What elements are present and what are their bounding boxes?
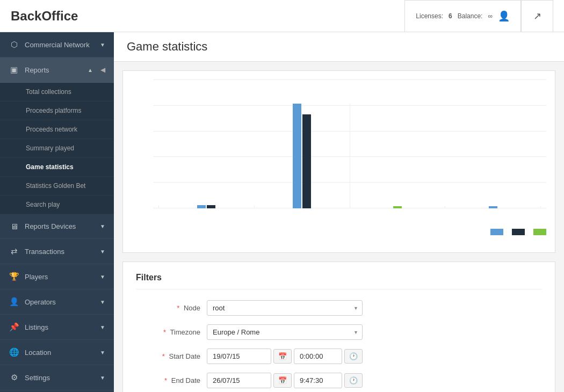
filter-label-node: * Node	[136, 304, 200, 312]
legend-color-green	[533, 229, 546, 235]
filters-title: Filters	[136, 273, 542, 289]
sidebar-subitem-game-statistics[interactable]: Game statistics	[0, 158, 114, 177]
sidebar-subitem-search-play[interactable]: Search play	[0, 195, 114, 214]
chart-area	[122, 70, 555, 253]
page-content: Game statistics	[114, 32, 564, 392]
sidebar-item-location[interactable]: 🌐 Location ▼	[0, 340, 114, 365]
sidebar-item-settings[interactable]: ⚙ Settings ▼	[0, 365, 114, 390]
filter-label-end-date: * End Date	[136, 376, 200, 384]
header-right: Licenses: 6 Balance: ∞ 👤 ↗	[404, 0, 553, 32]
legend-item-dark	[512, 229, 525, 235]
required-marker: *	[177, 304, 179, 312]
chart-bars-wrapper	[153, 79, 546, 208]
chart-section-4	[445, 206, 541, 208]
sidebar-subitem-summary-played[interactable]: Summary played	[0, 139, 114, 158]
legend-item-blue	[490, 229, 503, 235]
required-marker: *	[162, 352, 165, 360]
calendar-icon: 📅	[278, 376, 287, 384]
reports-submenu: Total collections Proceeds platforms Pro…	[0, 83, 114, 214]
end-time-clock-button[interactable]: 🕐	[344, 373, 363, 388]
clock-icon: 🕐	[349, 352, 358, 360]
operators-icon: 👤	[9, 297, 19, 307]
chevron-up-icon: ▲	[88, 67, 93, 73]
transactions-icon: ⇄	[9, 246, 19, 256]
sidebar-item-label: Transactions	[25, 248, 64, 256]
filter-label-start-date: * Start Date	[136, 352, 200, 360]
players-icon: 🏆	[9, 272, 19, 281]
filter-row-timezone: * Timezone Europe / Rome	[136, 324, 542, 340]
location-icon: 🌐	[9, 347, 19, 357]
chevron-down-icon: ▼	[100, 249, 105, 255]
start-time-input[interactable]	[294, 349, 342, 364]
node-select[interactable]: root	[207, 300, 363, 316]
chevron-down-icon: ▼	[100, 375, 105, 381]
end-date-group: 📅 🕐	[207, 373, 363, 388]
chart-bar	[302, 114, 311, 208]
sidebar-subitem-total-collections[interactable]: Total collections	[0, 83, 114, 101]
clock-icon: 🕐	[349, 376, 358, 384]
filter-row-start-date: * Start Date 📅 🕐	[136, 349, 542, 364]
main-layout: ⬡ Commercial Network ▼ ▣ Reports ▲ ◀ Tot…	[0, 32, 564, 392]
end-date-calendar-button[interactable]: 📅	[273, 373, 292, 388]
sidebar-collapse-icon: ◀	[100, 66, 105, 74]
sidebar-item-label: Commercial Network	[25, 41, 90, 49]
reports-icon: ▣	[9, 65, 19, 75]
licenses-label: Licenses:	[416, 12, 443, 20]
filter-row-end-date: * End Date 📅 🕐	[136, 373, 542, 388]
start-time-clock-button[interactable]: 🕐	[344, 349, 363, 364]
balance-value: ∞	[488, 12, 493, 20]
logo: BackOffice	[11, 9, 78, 24]
timezone-select-wrapper: Europe / Rome	[207, 324, 363, 340]
reports-devices-icon: 🖥	[9, 222, 19, 231]
sidebar-item-transactions[interactable]: ⇄ Transactions ▼	[0, 239, 114, 264]
calendar-icon: 📅	[278, 352, 287, 360]
user-icon: 👤	[498, 10, 510, 22]
filters-section: Filters * Node root * Timezone	[122, 262, 555, 392]
commercial-network-icon: ⬡	[9, 40, 19, 49]
share-icon: ↗	[533, 10, 541, 22]
chevron-down-icon: ▼	[100, 274, 105, 280]
sidebar-item-reports-devices[interactable]: 🖥 Reports Devices ▼	[0, 214, 114, 239]
end-time-input[interactable]	[294, 373, 342, 388]
chart-bar	[197, 205, 206, 208]
sidebar-item-label: Settings	[25, 374, 50, 382]
sidebar-subitem-proceeds-network[interactable]: Proceeds network	[0, 120, 114, 139]
sidebar-subitem-statistics-golden-bet[interactable]: Statistics Golden Bet	[0, 177, 114, 195]
listings-icon: 📌	[9, 322, 19, 332]
chevron-down-icon: ▼	[100, 42, 105, 48]
sidebar-item-listings[interactable]: 📌 Listings ▼	[0, 315, 114, 340]
chart-bar	[489, 206, 497, 208]
sidebar-item-label: Operators	[25, 298, 56, 306]
legend-color-dark	[512, 229, 525, 235]
legend-color-blue	[490, 229, 503, 235]
balance-label: Balance:	[458, 12, 483, 20]
sidebar-item-reports[interactable]: ▣ Reports ▲ ◀	[0, 57, 114, 83]
sidebar-item-commercial-network[interactable]: ⬡ Commercial Network ▼	[0, 32, 114, 57]
start-date-input[interactable]	[207, 349, 271, 364]
sidebar-item-operators[interactable]: 👤 Operators ▼	[0, 289, 114, 315]
chevron-down-icon: ▼	[100, 223, 105, 229]
sidebar-item-label: Listings	[25, 323, 48, 331]
licenses-value: 6	[449, 12, 452, 20]
sidebar-item-label: Reports	[25, 66, 49, 74]
node-select-wrapper: root	[207, 300, 363, 316]
logo-text: BackOffice	[11, 9, 78, 23]
sidebar-item-label: Reports Devices	[25, 222, 76, 230]
filter-label-timezone: * Timezone	[136, 328, 200, 336]
chevron-down-icon: ▼	[100, 350, 105, 355]
chevron-down-icon: ▼	[100, 324, 105, 330]
chart-bar	[207, 205, 215, 208]
share-button[interactable]: ↗	[521, 0, 553, 32]
filter-row-node: * Node root	[136, 300, 542, 316]
start-date-group: 📅 🕐	[207, 349, 363, 364]
sidebar-subitem-proceeds-platforms[interactable]: Proceeds platforms	[0, 101, 114, 120]
start-date-calendar-button[interactable]: 📅	[273, 349, 292, 364]
sidebar-item-players[interactable]: 🏆 Players ▼	[0, 264, 114, 289]
sidebar: ⬡ Commercial Network ▼ ▣ Reports ▲ ◀ Tot…	[0, 32, 114, 392]
header: BackOffice Licenses: 6 Balance: ∞ 👤 ↗	[0, 0, 564, 32]
header-info: Licenses: 6 Balance: ∞ 👤	[404, 0, 521, 32]
end-date-input[interactable]	[207, 373, 271, 388]
chart-section-3	[350, 206, 446, 208]
required-marker: *	[163, 328, 166, 336]
timezone-select[interactable]: Europe / Rome	[207, 324, 363, 340]
